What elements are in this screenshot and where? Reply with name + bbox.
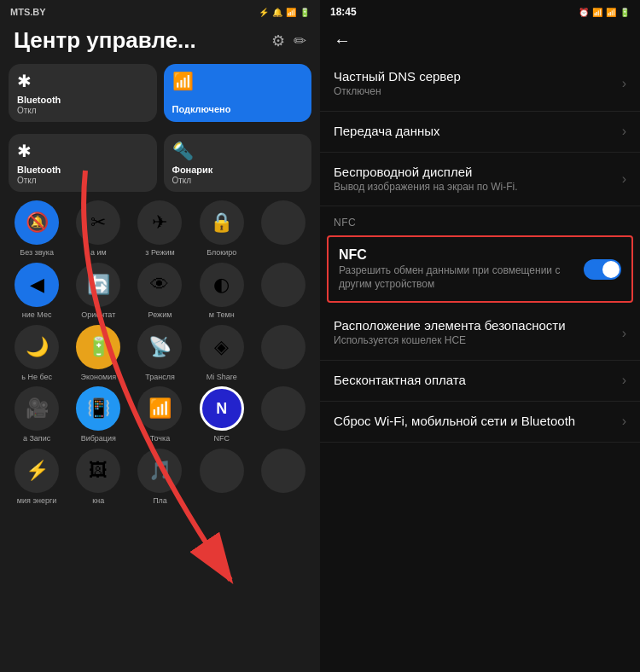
status-icons-right: ⏰ 📶 📶 🔋 — [579, 8, 630, 17]
wifi-tile[interactable]: 📶 Подключено — [164, 64, 312, 122]
dnd-icon: 🌙 — [15, 325, 59, 369]
battery-save-cell[interactable]: 🔋 Экономия — [70, 325, 126, 382]
reset-network-title: Сброс Wi-Fi, мобильной сети и Bluetooth — [334, 414, 615, 428]
wireless-display-title: Беспроводной дисплей — [334, 165, 615, 179]
title-icons: ⚙ ✏ — [271, 32, 306, 50]
status-bar-right: 18:45 ⏰ 📶 📶 🔋 — [320, 0, 640, 24]
record-cell[interactable]: 🎥 а Запис — [9, 386, 65, 443]
lock-label: Блокиро — [207, 248, 236, 258]
alarm-icon: ⚡ — [259, 8, 269, 17]
settings-list: Частный DNS сервер Отключен › Передача д… — [320, 57, 640, 672]
nfc-toggle[interactable] — [584, 259, 621, 280]
bluetooth-off-label: Откл — [17, 176, 37, 185]
nfc-label: NFC — [213, 434, 230, 443]
mishare-label: Mi Share — [207, 373, 237, 382]
icon-grid-row5: ⚡ мия энерги 🖼 кна 🎵 Пла — [0, 449, 320, 506]
scissors-cell[interactable]: ✂ а им — [70, 200, 126, 258]
location-label: ние Мес — [22, 310, 52, 320]
nfc-cell[interactable]: N NFC — [194, 386, 250, 443]
hotspot-cell[interactable]: 📶 Точка — [131, 386, 188, 443]
empty-icon-4 — [261, 386, 305, 431]
cast-icon: 📡 — [137, 325, 182, 369]
battery-icon: 🔋 — [300, 8, 310, 17]
right-panel: 18:45 ⏰ 📶 📶 🔋 ← Частный DNS сервер Отклю… — [320, 0, 640, 672]
flashlight-tile[interactable]: 🔦 Фонарик Откл — [164, 134, 312, 192]
edit-icon[interactable]: ✏ — [294, 32, 306, 50]
vibration-icon: 📳 — [76, 386, 120, 431]
flashlight-off-label: Откл — [172, 176, 192, 185]
cast-label: Трансля — [145, 373, 175, 382]
vibration-cell[interactable]: 📳 Вибрация — [70, 386, 126, 443]
scissors-label: а им — [90, 248, 107, 258]
icon-grid-row3: 🌙 ь Не бес 🔋 Экономия 📡 Трансля ◈ Mi Sha… — [0, 325, 320, 382]
control-center-header: Центр управле... ⚙ ✏ — [0, 24, 320, 61]
data-transfer-item[interactable]: Передача данных › — [320, 112, 640, 153]
empty-cell-6 — [255, 449, 311, 506]
icon-grid-row1: 🔕 Без звука ✂ а им ✈ з Режим 🔒 Блокиро — [0, 200, 320, 258]
cast-cell[interactable]: 📡 Трансля — [131, 325, 188, 382]
empty-icon-6 — [261, 449, 305, 493]
location-cell[interactable]: ◀ ние Мес — [9, 263, 65, 320]
power-save-cell[interactable]: ⚡ мия энерги — [9, 449, 65, 506]
signal-icon-right: 📶 — [592, 8, 602, 17]
lock-cell[interactable]: 🔒 Блокиро — [194, 200, 250, 258]
wireless-display-item[interactable]: Беспроводной дисплей Вывод изображения н… — [320, 153, 640, 207]
music-cell[interactable]: 🎵 Пла — [131, 449, 188, 506]
nfc-title: NFC — [339, 247, 584, 263]
private-dns-sub: Отключен — [334, 85, 615, 99]
status-bar-left: MTS.BY ⚡ 🔔 📶 🔋 — [0, 0, 320, 24]
dark-cell[interactable]: ◐ м Темн — [194, 263, 250, 320]
scissors-icon: ✂ — [76, 200, 120, 245]
alarm-icon-right: ⏰ — [579, 8, 589, 17]
power-save-icon: ⚡ — [15, 449, 59, 493]
private-dns-item[interactable]: Частный DNS сервер Отключен › — [320, 57, 640, 112]
contactless-payment-content: Бесконтактная оплата — [334, 373, 615, 389]
screenshot-cell[interactable]: 🖼 кна — [70, 449, 126, 506]
nfc-sub: Разрешить обмен данными при совмещении с… — [339, 264, 584, 291]
data-transfer-title: Передача данных — [334, 124, 615, 138]
bluetooth-tile-2[interactable]: ✱ Bluetooth Откл — [9, 134, 157, 192]
data-transfer-arrow: › — [622, 124, 626, 139]
silent-cell[interactable]: 🔕 Без звука — [9, 200, 65, 258]
airplane-icon: ✈ — [137, 200, 182, 245]
rotate-label: Ориентат — [81, 310, 115, 320]
vibration-label: Вибрация — [81, 434, 116, 443]
empty-cell-2 — [255, 263, 311, 320]
airplane-cell[interactable]: ✈ з Режим — [131, 200, 188, 258]
eye-icon: 👁 — [137, 263, 182, 307]
settings-icon[interactable]: ⚙ — [271, 32, 285, 50]
dnd-label: ь Не бес — [21, 373, 52, 382]
nfc-settings-item[interactable]: NFC Разрешить обмен данными при совмещен… — [327, 235, 633, 303]
hotspot-label: Точка — [150, 434, 170, 443]
music-icon: 🎵 — [137, 449, 182, 493]
bluetooth-tile[interactable]: ✱ Bluetooth Откл — [9, 64, 157, 122]
security-element-item[interactable]: Расположение элемента безопасности Испол… — [320, 306, 640, 361]
nfc-section-header: NFC — [320, 206, 640, 232]
rotate-cell[interactable]: 🔄 Ориентат — [70, 263, 126, 320]
bluetooth-icon-2: ✱ — [17, 141, 32, 161]
empty-icon-5 — [200, 449, 244, 493]
reset-network-content: Сброс Wi-Fi, мобильной сети и Bluetooth — [334, 414, 615, 430]
private-dns-content: Частный DNS сервер Отключен — [334, 69, 615, 99]
silent-icon: 🔕 — [15, 200, 59, 245]
wifi-icon-right: 📶 — [606, 8, 616, 17]
security-element-arrow: › — [622, 326, 626, 341]
back-button[interactable]: ← — [320, 24, 640, 57]
reset-network-item[interactable]: Сброс Wi-Fi, мобильной сети и Bluetooth … — [320, 402, 640, 443]
empty-cell-5 — [194, 449, 250, 506]
record-icon: 🎥 — [15, 386, 59, 431]
silent-label: Без звука — [20, 248, 54, 258]
eye-cell[interactable]: 👁 Режим — [131, 263, 188, 320]
location-icon: ◀ — [15, 263, 59, 307]
bluetooth-icon: ✱ — [17, 71, 32, 91]
private-dns-title: Частный DNS сервер — [334, 69, 615, 84]
dnd-cell[interactable]: 🌙 ь Не бес — [9, 325, 65, 382]
mishare-cell[interactable]: ◈ Mi Share — [194, 325, 250, 382]
icon-grid-row2: ◀ ние Мес 🔄 Ориентат 👁 Режим ◐ м Темн — [0, 263, 320, 320]
second-toggle-row: ✱ Bluetooth Откл 🔦 Фонарик Откл — [0, 130, 320, 195]
time-display: 18:45 — [330, 6, 357, 18]
empty-cell-4 — [255, 386, 311, 443]
reset-network-arrow: › — [622, 414, 626, 429]
contactless-payment-item[interactable]: Бесконтактная оплата › — [320, 361, 640, 402]
dark-label: м Темн — [209, 310, 235, 320]
